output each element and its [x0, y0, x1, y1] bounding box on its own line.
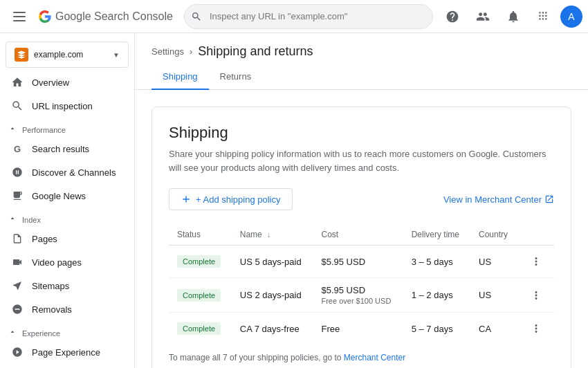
- users-icon[interactable]: [469, 3, 497, 30]
- sidebar-item-discover[interactable]: Discover & Channels: [0, 160, 129, 184]
- shipping-card: Shipping Share your shipping policy info…: [151, 107, 571, 368]
- col-name: Name ↓: [232, 224, 313, 246]
- row2-menu[interactable]: [518, 278, 554, 313]
- sidebar-item-pages[interactable]: Pages: [0, 227, 129, 250]
- sidebar-label-overview: Overview: [32, 77, 69, 88]
- col-delivery: Delivery time: [403, 224, 470, 246]
- tab-returns[interactable]: Returns: [209, 64, 263, 90]
- row1-menu-button[interactable]: [526, 252, 546, 270]
- sort-icon: ↓: [267, 231, 270, 239]
- experience-section-header[interactable]: Experience: [0, 324, 134, 340]
- merchant-center-link[interactable]: Merchant Center: [344, 353, 405, 362]
- sidebar-item-page-experience[interactable]: Page Experience: [0, 340, 129, 364]
- url-search-icon: [11, 100, 24, 112]
- sidebar-item-search-results[interactable]: G Search results: [0, 137, 129, 160]
- sitemaps-icon: [11, 279, 24, 292]
- help-icon[interactable]: [439, 3, 466, 30]
- sidebar-item-sitemaps[interactable]: Sitemaps: [0, 274, 129, 297]
- sidebar-label-sitemaps: Sitemaps: [32, 281, 69, 291]
- sidebar-label-page-experience: Page Experience: [32, 347, 100, 358]
- sidebar-label-google-news: Google News: [32, 191, 86, 201]
- video-pages-icon: [11, 256, 24, 268]
- status-badge: Complete: [177, 255, 221, 268]
- breadcrumb-parent[interactable]: Settings: [151, 46, 184, 57]
- app-title: Google Search Console: [55, 10, 173, 23]
- sidebar-label-url-inspection: URL inspection: [32, 101, 93, 111]
- row1-menu[interactable]: [518, 246, 554, 278]
- performance-section-header[interactable]: Performance: [0, 120, 134, 137]
- row1-cost: $5.95 USD: [313, 246, 403, 278]
- row1-delivery: 3 – 5 days: [403, 246, 470, 278]
- sidebar-item-url-inspection[interactable]: URL inspection: [0, 94, 129, 118]
- row3-menu-button[interactable]: [526, 320, 546, 338]
- apps-icon[interactable]: [530, 3, 558, 30]
- svg-rect-0: [13, 12, 26, 13]
- row2-menu-button[interactable]: [526, 286, 546, 304]
- footer-note-prefix: To manage all 7 of your shipping policie…: [169, 353, 344, 362]
- row2-status: Complete: [169, 278, 232, 313]
- row1-country: US: [470, 246, 518, 278]
- search-icon: [191, 11, 202, 22]
- sidebar-item-video-pages[interactable]: Video pages: [0, 250, 129, 274]
- row3-name: CA 7 days-free: [232, 313, 313, 345]
- topbar-actions: A: [439, 3, 582, 30]
- main-layout: example.com ▼ Overview URL inspection: [0, 33, 588, 368]
- nav-section-performance: Performance G Search results Discover & …: [0, 120, 134, 208]
- index-section-header[interactable]: Index: [0, 210, 134, 227]
- row3-country: CA: [470, 313, 518, 345]
- table-row: Complete US 2 days-paid $5.95 USD Free o…: [169, 278, 554, 313]
- row3-delivery: 5 – 7 days: [403, 313, 470, 345]
- add-shipping-policy-button[interactable]: + Add shipping policy: [169, 188, 293, 210]
- search-results-icon: G: [11, 142, 24, 155]
- sidebar-item-core-web-vitals[interactable]: Core Web Vitals: [0, 364, 129, 368]
- footer-note: To manage all 7 of your shipping policie…: [169, 344, 554, 365]
- search-bar[interactable]: [184, 4, 433, 29]
- sidebar-label-removals: Removals: [32, 304, 72, 315]
- pagination: Rows per page: 500 1-3 of 3 ‹ ›: [169, 365, 554, 368]
- property-icon: [15, 48, 28, 62]
- experience-section-label: Experience: [22, 329, 60, 338]
- performance-section-label: Performance: [22, 126, 66, 134]
- tab-shipping[interactable]: Shipping: [151, 64, 209, 90]
- row2-delivery: 1 – 2 days: [403, 278, 470, 313]
- notifications-icon[interactable]: [499, 3, 527, 30]
- nav-section-index: Index Pages Video pages Sitemaps: [0, 210, 134, 321]
- shipping-description: Share your shipping policy information w…: [169, 147, 554, 174]
- breadcrumb-separator: ›: [190, 46, 192, 57]
- sidebar-item-removals[interactable]: Removals: [0, 297, 129, 321]
- sidebar-label-video-pages: Video pages: [32, 257, 82, 268]
- sidebar-item-google-news[interactable]: Google News: [0, 184, 129, 208]
- col-country: Country: [470, 224, 518, 246]
- row3-status: Complete: [169, 313, 232, 345]
- sidebar-label-pages: Pages: [32, 234, 57, 244]
- sidebar-label-discover: Discover & Channels: [32, 167, 116, 178]
- col-actions: [518, 224, 554, 246]
- row2-name: US 2 days-paid: [232, 278, 313, 313]
- svg-rect-2: [13, 20, 26, 21]
- row3-menu[interactable]: [518, 313, 554, 345]
- menu-icon[interactable]: [6, 3, 33, 30]
- content-area: Shipping Share your shipping policy info…: [135, 90, 588, 368]
- row1-name: US 5 days-paid: [232, 246, 313, 278]
- nav-section-main: Overview URL inspection: [0, 71, 134, 118]
- add-shipping-policy-label: + Add shipping policy: [196, 194, 281, 205]
- avatar[interactable]: A: [560, 6, 582, 28]
- index-section-label: Index: [22, 216, 41, 224]
- view-merchant-link[interactable]: View in Merchant Center: [443, 194, 554, 205]
- home-icon: [11, 76, 24, 89]
- shipping-title: Shipping: [169, 124, 554, 142]
- sidebar: example.com ▼ Overview URL inspection: [0, 33, 135, 368]
- property-selector[interactable]: example.com ▼: [6, 42, 129, 68]
- sidebar-label-search-results: Search results: [32, 144, 89, 154]
- discover-icon: [11, 166, 24, 178]
- col-status: Status: [169, 224, 232, 246]
- sidebar-item-overview[interactable]: Overview: [0, 71, 129, 94]
- main-content: Settings › Shipping and returns Shipping…: [135, 33, 588, 368]
- table-header-row: Status Name ↓ Cost Delivery time Country: [169, 224, 554, 246]
- property-name: example.com: [34, 50, 107, 59]
- svg-rect-1: [13, 16, 26, 17]
- breadcrumb: Settings › Shipping and returns: [135, 33, 588, 64]
- status-badge: Complete: [177, 289, 221, 302]
- search-input[interactable]: [184, 4, 433, 29]
- removals-icon: [11, 303, 24, 315]
